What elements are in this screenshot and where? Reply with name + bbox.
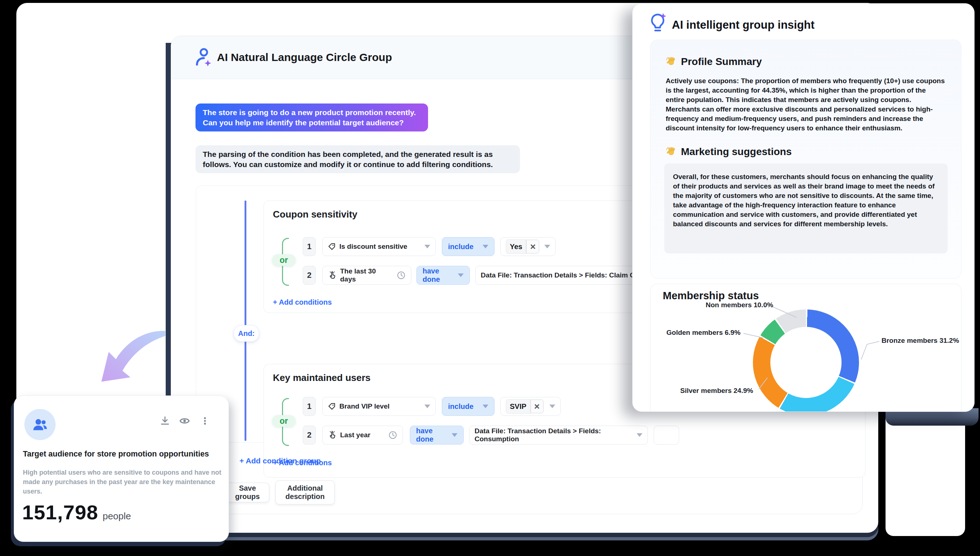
time-range-select[interactable]: Last year — [322, 426, 403, 444]
data-file-select[interactable]: Data File: Transaction Details > Fields:… — [469, 426, 648, 444]
value-select[interactable]: SVIP × — [501, 397, 560, 416]
clock-icon[interactable] — [397, 271, 406, 280]
audience-count-unit: people — [102, 511, 131, 522]
field-select[interactable]: Brand VIP level — [322, 397, 436, 416]
kebab-menu-icon[interactable] — [199, 415, 211, 427]
value-select[interactable]: Yes × — [501, 237, 556, 256]
value-select-cropped[interactable] — [654, 426, 679, 444]
person-add-sparkle-icon — [194, 48, 213, 68]
eye-icon[interactable] — [178, 415, 191, 427]
marketing-suggestions-heading: Marketing suggestions — [666, 146, 792, 158]
and-connector-badge[interactable]: And: — [234, 325, 259, 342]
insight-panel-title: AI intelligent group insight — [672, 14, 815, 36]
click-icon — [328, 271, 337, 280]
chevron-down-icon[interactable] — [424, 245, 430, 248]
chevron-down-icon[interactable] — [483, 404, 488, 408]
operator-select[interactable]: include — [442, 397, 494, 416]
avatar — [24, 409, 56, 440]
condition-index: 1 — [303, 397, 316, 416]
insight-summary-card: Profile Summary Actively use coupons: Th… — [650, 40, 961, 278]
people-icon — [32, 417, 48, 432]
audience-card-description: High potential users who are sensitive t… — [23, 468, 222, 496]
page-title: AI Natural Language Circle Group — [217, 36, 392, 79]
audience-count: 151,798 people — [22, 500, 131, 524]
chevron-down-icon[interactable] — [549, 404, 555, 408]
curved-gradient-arrow — [93, 328, 167, 388]
profile-summary-text: Actively use coupons: The proportion of … — [666, 76, 946, 133]
download-icon[interactable] — [159, 415, 171, 427]
donut-label-bronze-members: Bronze members 31.2% — [881, 337, 959, 345]
donut-label-golden-members: Golden members 6.9% — [666, 329, 740, 337]
close-icon[interactable]: × — [531, 399, 544, 413]
waving-hand-icon — [666, 146, 677, 157]
marketing-suggestions-box: Overall, for these customers, merchants … — [664, 163, 948, 254]
donut-label-non-members: Non members 10.0% — [706, 301, 773, 309]
operator-select[interactable]: include — [442, 237, 494, 256]
audience-card-title: Target audience for store promotion oppo… — [23, 449, 221, 459]
condition-index: 2 — [303, 266, 316, 285]
add-conditions-link[interactable]: + Add conditions — [273, 298, 332, 307]
operator-select[interactable]: have done — [410, 426, 464, 444]
operator-select[interactable]: have done — [416, 266, 470, 285]
chevron-down-icon[interactable] — [424, 404, 430, 408]
close-icon[interactable]: × — [526, 240, 539, 254]
save-groups-button[interactable]: Save groups — [226, 483, 269, 502]
profile-summary-heading: Profile Summary — [666, 56, 762, 68]
donut-label-silver-members: Silver members 24.9% — [680, 387, 753, 395]
group-title: Key maintained users — [273, 372, 371, 383]
assistant-chat-bubble: The parsing of the condition has been co… — [196, 145, 520, 173]
or-operator-badge[interactable]: or — [272, 254, 295, 266]
time-range-select[interactable]: The last 30 days — [322, 266, 411, 285]
insight-panel: AI intelligent group insight — [632, 3, 975, 412]
or-operator-badge[interactable]: or — [272, 415, 295, 427]
additional-description-button[interactable]: Additional description — [275, 480, 335, 504]
chevron-down-icon[interactable] — [483, 245, 488, 248]
tag-icon — [328, 402, 336, 411]
marketing-suggestions-text: Overall, for these customers, merchants … — [673, 172, 938, 229]
audience-summary-card: Target audience for store promotion oppo… — [14, 396, 229, 542]
tag-icon — [328, 242, 336, 251]
condition-index: 2 — [303, 426, 316, 444]
waving-hand-icon — [666, 56, 677, 67]
chevron-down-icon[interactable] — [637, 433, 642, 437]
chevron-down-icon[interactable] — [452, 433, 457, 437]
clock-icon[interactable] — [388, 430, 397, 440]
chevron-down-icon[interactable] — [458, 273, 464, 277]
group-connector-line — [245, 200, 246, 441]
group-title: Coupon sensitivity — [273, 209, 358, 220]
lightbulb-sparkle-icon — [648, 11, 667, 34]
field-select[interactable]: Is discount sensitive — [322, 237, 436, 256]
add-condition-group-link[interactable]: + Add condition group — [240, 456, 321, 465]
click-icon — [328, 431, 337, 440]
condition-index: 1 — [303, 237, 316, 256]
chevron-down-icon[interactable] — [544, 245, 550, 248]
membership-status-card: Membership status Non members 10.0% Bron… — [650, 284, 961, 412]
audience-count-number: 151,798 — [22, 500, 98, 524]
user-chat-bubble: The store is going to do a new product p… — [196, 103, 428, 131]
